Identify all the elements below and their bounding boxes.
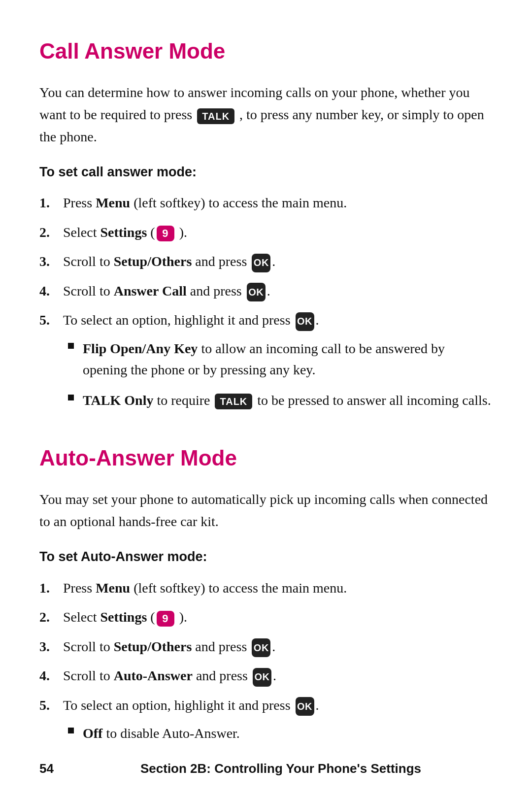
talk-badge-bullet: TALK (215, 394, 252, 409)
s2-step-2-content: Select Settings (9 ). (63, 606, 493, 628)
footer: 54 Section 2B: Controlling Your Phone's … (0, 759, 532, 778)
section1-steps-list: 1. Press Menu (left softkey) to access t… (39, 192, 493, 420)
step-2-num: 2. (39, 222, 63, 243)
s2-step-5-content: To select an option, highlight it and pr… (63, 695, 493, 753)
s2-step-2-num: 2. (39, 606, 63, 628)
s2-step-3: 3. Scroll to Setup/Others and press OK. (39, 636, 493, 658)
s2-step-1-bold: Menu (96, 580, 130, 596)
section2-intro: You may set your phone to automatically … (39, 489, 493, 533)
sub-bullets-s1: Flip Open/Any Key to allow an incoming c… (68, 338, 493, 411)
step-5: 5. To select an option, highlight it and… (39, 309, 493, 420)
step-2: 2. Select Settings (9 ). (39, 222, 493, 243)
ok-badge-s1-4: OK (247, 283, 266, 301)
step-4-content: Scroll to Answer Call and press OK. (63, 280, 493, 302)
footer-section-label: Section 2B: Controlling Your Phone's Set… (69, 759, 493, 778)
s2-step-4: 4. Scroll to Auto-Answer and press OK. (39, 665, 493, 687)
sub-bullet-talkonly: TALK Only to require TALK to be pressed … (68, 390, 493, 411)
ok-badge-s2-3: OK (252, 638, 270, 657)
talkonly-bold: TALK Only (83, 393, 153, 408)
bullet-icon-2 (68, 395, 74, 400)
s2-step-4-bold: Auto-Answer (114, 668, 193, 683)
talk-badge-intro: TALK (197, 108, 234, 124)
step-3-bold: Setup/Others (114, 254, 192, 269)
sub-bullet-flipopen-text: Flip Open/Any Key to allow an incoming c… (83, 338, 493, 381)
badge-9-s1: 9 (157, 226, 174, 241)
step-1-bold: Menu (96, 195, 130, 210)
step-3-num: 3. (39, 251, 63, 272)
section2-subsection-label: To set Auto-Answer mode: (39, 547, 493, 567)
s2-step-2-bold: Settings (100, 609, 147, 625)
flipopen-bold: Flip Open/Any Key (83, 341, 198, 356)
s2-step-1-num: 1. (39, 577, 63, 598)
s2-step-3-bold: Setup/Others (114, 639, 192, 654)
section2-steps-list: 1. Press Menu (left softkey) to access t… (39, 577, 493, 753)
section1-intro: You can determine how to answer incoming… (39, 82, 493, 148)
sub-bullet-talkonly-text: TALK Only to require TALK to be pressed … (83, 390, 491, 411)
badge-9-s2: 9 (157, 611, 174, 627)
step-2-bold: Settings (100, 225, 147, 240)
bullet-icon-off (68, 728, 74, 733)
bullet-icon-1 (68, 343, 74, 349)
section2-title: Auto-Answer Mode (39, 441, 493, 475)
s2-step-3-content: Scroll to Setup/Others and press OK. (63, 636, 493, 658)
s2-step-1-content: Press Menu (left softkey) to access the … (63, 577, 493, 598)
step-1: 1. Press Menu (left softkey) to access t… (39, 192, 493, 213)
s2-step-4-content: Scroll to Auto-Answer and press OK. (63, 665, 493, 687)
s2-step-2: 2. Select Settings (9 ). (39, 606, 493, 628)
step-5-num: 5. (39, 309, 63, 331)
step-3-content: Scroll to Setup/Others and press OK. (63, 251, 493, 272)
ok-badge-s1-3: OK (252, 254, 270, 272)
off-bold: Off (83, 726, 102, 741)
section-auto-answer: Auto-Answer Mode You may set your phone … (39, 441, 493, 753)
step-4-num: 4. (39, 280, 63, 301)
step-1-num: 1. (39, 192, 63, 213)
step-3: 3. Scroll to Setup/Others and press OK. (39, 251, 493, 272)
section1-subsection-label: To set call answer mode: (39, 162, 493, 183)
s2-step-4-num: 4. (39, 665, 63, 686)
step-2-content: Select Settings (9 ). (63, 222, 493, 243)
s2-step-5-num: 5. (39, 695, 63, 716)
sub-bullet-off: Off to disable Auto-Answer. (68, 723, 493, 744)
ok-badge-s2-5: OK (296, 697, 314, 716)
section1-title: Call Answer Mode (39, 34, 493, 68)
s2-step-1: 1. Press Menu (left softkey) to access t… (39, 577, 493, 598)
step-5-content: To select an option, highlight it and pr… (63, 309, 493, 420)
ok-badge-s1-5: OK (296, 312, 314, 331)
step-4: 4. Scroll to Answer Call and press OK. (39, 280, 493, 302)
s2-step-5: 5. To select an option, highlight it and… (39, 695, 493, 753)
step-1-content: Press Menu (left softkey) to access the … (63, 192, 493, 213)
ok-badge-s2-4: OK (253, 668, 271, 687)
footer-page-num: 54 (39, 759, 69, 778)
section-call-answer: Call Answer Mode You can determine how t… (39, 34, 493, 420)
step-4-bold: Answer Call (114, 283, 187, 299)
s2-step-3-num: 3. (39, 636, 63, 657)
sub-bullet-off-text: Off to disable Auto-Answer. (83, 723, 240, 744)
sub-bullets-s2: Off to disable Auto-Answer. (68, 723, 493, 744)
sub-bullet-flipopen: Flip Open/Any Key to allow an incoming c… (68, 338, 493, 381)
